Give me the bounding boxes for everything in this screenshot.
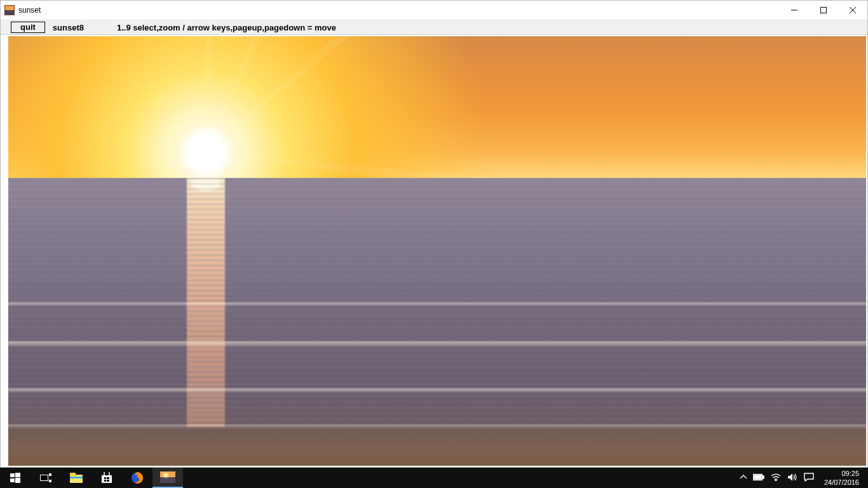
window-title: sunset	[18, 6, 780, 15]
close-button[interactable]	[838, 1, 867, 20]
current-image-label: sunset8	[53, 23, 84, 32]
maximize-icon	[820, 7, 827, 13]
svg-rect-8	[41, 475, 48, 481]
store-icon	[101, 472, 112, 484]
volume-tray-icon[interactable]	[787, 473, 797, 484]
svg-rect-10	[49, 480, 51, 482]
minimize-icon	[791, 7, 797, 13]
app-icon	[4, 5, 15, 15]
sunset-app-icon	[160, 471, 175, 483]
volume-icon	[787, 473, 797, 482]
tray-overflow-button[interactable]	[740, 473, 747, 482]
clock-time: 09:25	[824, 469, 859, 478]
svg-rect-17	[104, 480, 106, 482]
svg-rect-15	[104, 477, 106, 479]
taskbar-left	[0, 468, 183, 488]
svg-rect-21	[763, 476, 764, 478]
svg-rect-16	[107, 477, 109, 479]
firefox-icon	[131, 471, 144, 484]
svg-rect-4	[10, 473, 15, 477]
start-button[interactable]	[0, 468, 31, 488]
app-window: sunset quit sunset8 1..9 select,zoom / a…	[0, 0, 868, 468]
system-tray: 09:25 24/07/2016	[735, 468, 868, 488]
close-icon	[850, 7, 856, 13]
image-viewport[interactable]	[8, 36, 866, 466]
wifi-tray-icon[interactable]	[771, 473, 781, 483]
svg-rect-12	[70, 473, 76, 476]
firefox-taskbar-button[interactable]	[122, 468, 153, 488]
minimize-button[interactable]	[780, 1, 809, 20]
taskbar: 09:25 24/07/2016	[0, 468, 868, 488]
file-explorer-taskbar-button[interactable]	[61, 468, 92, 488]
keyboard-help-text: 1..9 select,zoom / arrow keys,pageup,pag…	[117, 23, 336, 32]
titlebar[interactable]: sunset	[1, 1, 867, 20]
clock-date: 24/07/2016	[824, 478, 859, 487]
svg-rect-13	[70, 477, 83, 478]
task-view-button[interactable]	[31, 468, 61, 488]
toolbar: quit sunset8 1..9 select,zoom / arrow ke…	[1, 20, 867, 35]
battery-icon	[753, 473, 764, 481]
svg-rect-18	[107, 480, 109, 482]
task-view-icon	[40, 473, 51, 482]
quit-button[interactable]: quit	[11, 22, 45, 33]
svg-rect-6	[10, 478, 15, 482]
taskbar-clock[interactable]: 09:25 24/07/2016	[820, 469, 865, 487]
wifi-icon	[771, 473, 781, 481]
sunset-app-taskbar-button[interactable]	[153, 468, 183, 488]
window-controls	[780, 1, 867, 20]
svg-rect-7	[15, 478, 20, 483]
svg-rect-22	[754, 475, 761, 479]
chevron-up-icon	[740, 474, 747, 480]
svg-rect-9	[49, 473, 51, 476]
action-center-icon	[804, 473, 814, 482]
windows-logo-icon	[10, 473, 20, 483]
svg-point-23	[775, 480, 776, 481]
store-taskbar-button[interactable]	[92, 468, 122, 488]
action-center-button[interactable]	[804, 473, 814, 484]
svg-rect-5	[15, 473, 20, 477]
svg-rect-1	[821, 8, 827, 13]
maximize-button[interactable]	[809, 1, 838, 20]
sunset-photo	[8, 36, 866, 466]
battery-tray-icon[interactable]	[753, 473, 764, 483]
file-explorer-icon	[70, 473, 83, 483]
